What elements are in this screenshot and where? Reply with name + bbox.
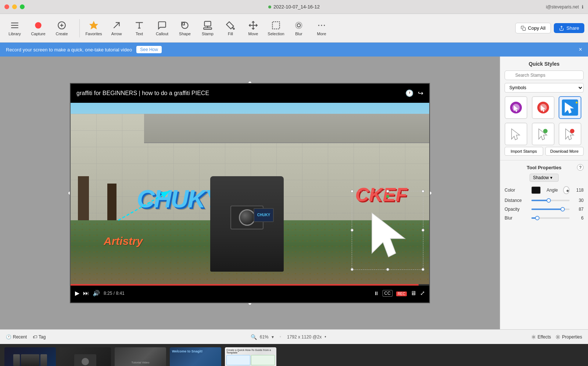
blur-button[interactable]: Blur	[288, 16, 310, 41]
svg-point-41	[533, 336, 534, 338]
stamp-item-1[interactable]	[505, 96, 527, 119]
svg-marker-36	[512, 129, 520, 140]
stamp-item-5[interactable]	[532, 123, 555, 145]
thumbnail-2[interactable]	[60, 347, 111, 366]
share-icon: ↪	[418, 89, 423, 97]
graffiti-right: CKEF	[355, 184, 407, 206]
panel-action-buttons: Import Stamps Download More	[505, 147, 584, 156]
svg-point-3	[35, 22, 41, 28]
play-button[interactable]: ▶	[75, 290, 79, 297]
progress-track[interactable]	[71, 284, 429, 286]
color-label: Color	[505, 188, 528, 193]
recent-button[interactable]: 🕐 Recent	[6, 334, 27, 340]
color-angle-row: Color Angle 118	[505, 186, 584, 194]
symbols-dropdown[interactable]: Symbols	[505, 83, 584, 93]
banner-close-button[interactable]: ×	[579, 46, 582, 53]
right-panel: Quick Styles 🔍 Symbols	[500, 57, 588, 329]
traffic-lights	[4, 4, 25, 9]
stamps-grid-row1	[505, 96, 584, 119]
angle-knob[interactable]	[563, 186, 570, 194]
volume-button[interactable]: 🔊	[93, 290, 100, 297]
blur-row: Blur 6	[505, 215, 584, 221]
blur-value: 6	[573, 215, 584, 221]
thumbnail-4[interactable]: Welcome to Snagit!	[170, 347, 221, 366]
stamp-item-6[interactable]	[559, 123, 581, 145]
dimensions-display: 1792 x 1120 @2x	[287, 334, 322, 340]
zoom-arrow: ▾	[272, 334, 274, 340]
next-button[interactable]: ⏭	[83, 290, 89, 297]
svg-point-19	[318, 25, 319, 26]
text-button[interactable]: Text	[128, 16, 150, 41]
record-button[interactable]: REC	[396, 290, 407, 297]
shadow-tab: Shadow ▾	[505, 174, 584, 182]
opacity-slider[interactable]	[531, 209, 570, 210]
minimize-button[interactable]	[12, 4, 17, 9]
stamp-item-2[interactable]	[532, 96, 555, 119]
fill-button[interactable]: Fill	[219, 16, 241, 41]
pause-button[interactable]: ⏸	[374, 290, 379, 296]
create-button[interactable]: Create	[51, 16, 73, 41]
zoom-level: 61%	[260, 334, 269, 340]
thumbnail-3[interactable]: Tutorial Video 01:53 mp4	[115, 347, 166, 366]
stamp-button[interactable]: Stamp	[197, 16, 219, 41]
tag-icon: 🏷	[33, 334, 37, 340]
arrow-button[interactable]: Arrow	[105, 16, 128, 41]
bottom-bar: 🕐 Recent 🏷 Tag 🔍 61% ▾ • 1792 x 1120 @2x…	[0, 329, 588, 344]
svg-point-38	[543, 129, 548, 133]
opacity-row: Opacity 87	[505, 207, 584, 212]
person-with-camera: CHUKY	[210, 176, 284, 272]
thumbnail-1[interactable]: iPhone 14 Pro Max review	[4, 347, 56, 366]
tag-button[interactable]: 🏷 Tag	[33, 334, 46, 340]
properties-button[interactable]: Properties	[555, 334, 582, 340]
quick-styles-title: Quick Styles	[505, 61, 584, 67]
callout-button[interactable]: Callout	[151, 16, 173, 41]
color-swatch[interactable]	[531, 186, 541, 194]
menu-button[interactable]: Library	[4, 16, 26, 41]
import-stamps-button[interactable]: Import Stamps	[505, 147, 543, 156]
more-button[interactable]: More	[311, 16, 333, 41]
share-button[interactable]: Share	[554, 23, 584, 33]
shadow-dropdown[interactable]: Shadow ▾	[530, 174, 559, 182]
stamps-grid-row2	[505, 123, 584, 145]
distance-slider[interactable]	[531, 200, 570, 201]
properties-icon	[555, 334, 560, 340]
clock-icon: 🕐	[405, 89, 413, 97]
svg-point-20	[321, 25, 322, 26]
blur-slider[interactable]	[531, 217, 570, 219]
captions-button[interactable]: CC	[383, 290, 392, 297]
arrow-annotation	[111, 184, 184, 228]
stamp-cursor-overlay	[365, 209, 423, 275]
effects-button[interactable]: Effects	[531, 334, 551, 340]
info-banner: Record your screen to make a quick, one-…	[0, 43, 588, 57]
help-button[interactable]: ?	[577, 164, 584, 171]
opacity-label: Opacity	[505, 207, 528, 212]
video-canvas: graffiti for BEGINNERS | how to do a gra…	[70, 83, 430, 303]
selection-button[interactable]: Selection	[265, 16, 287, 41]
copy-all-button[interactable]: Copy All	[515, 23, 551, 33]
banner-message: Record your screen to make a quick, one-…	[6, 47, 132, 52]
tree-trunk-1	[78, 176, 89, 220]
move-button[interactable]: Move	[242, 16, 264, 41]
close-button[interactable]	[4, 4, 9, 9]
toolbar-right-group: Copy All Share	[515, 23, 584, 33]
opacity-value: 87	[573, 207, 584, 212]
distance-row: Distance 30	[505, 198, 584, 203]
capture-button[interactable]: Capture	[27, 16, 49, 41]
download-more-button[interactable]: Download More	[545, 147, 584, 156]
see-how-button[interactable]: See How	[136, 46, 162, 53]
favorites-button[interactable]: Favorites	[83, 16, 105, 41]
stamp-item-4[interactable]	[505, 123, 527, 145]
tool-props-header: Tool Properties ?	[505, 164, 584, 171]
stamp-item-3[interactable]	[559, 96, 581, 119]
fullscreen-button[interactable]	[20, 4, 25, 9]
thumbnail-5[interactable]: Create a Quick How-To Guide from a Templ…	[225, 347, 276, 366]
time-display: 8:25 / 8:41	[104, 291, 125, 296]
shape-button[interactable]: Shape	[174, 16, 196, 41]
stamp-search-input[interactable]	[505, 70, 584, 80]
fullscreen-btn[interactable]: ⤢	[420, 290, 425, 297]
tool-props-title: Tool Properties	[511, 165, 577, 170]
bottom-center: 🔍 61% ▾ • 1792 x 1120 @2x •	[51, 334, 525, 340]
screen-button[interactable]: 🖥	[410, 290, 416, 297]
progress-fill	[71, 284, 419, 286]
info-icon[interactable]: ℹ	[582, 4, 584, 10]
